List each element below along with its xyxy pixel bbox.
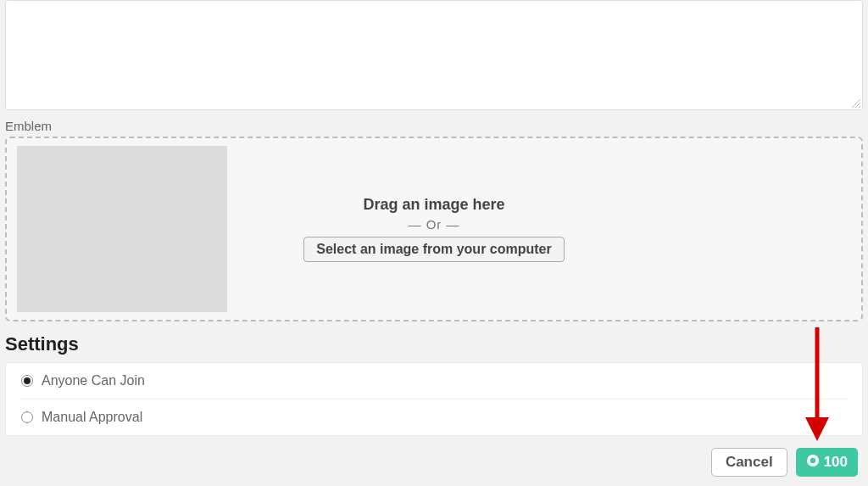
- setting-anyone-can-join[interactable]: Anyone Can Join: [21, 363, 847, 399]
- select-image-button[interactable]: Select an image from your computer: [303, 237, 564, 262]
- settings-heading: Settings: [5, 333, 863, 355]
- robux-icon: [806, 454, 820, 472]
- svg-point-4: [810, 457, 815, 462]
- setting-label: Manual Approval: [42, 410, 142, 425]
- drag-text: Drag an image here: [7, 196, 861, 214]
- submit-cost: 100: [824, 454, 848, 471]
- emblem-center-content: Drag an image here — Or — Select an imag…: [7, 196, 861, 262]
- description-textarea[interactable]: [6, 1, 862, 109]
- or-text: — Or —: [7, 217, 861, 232]
- radio-icon: [21, 411, 33, 423]
- description-textarea-wrap: [5, 0, 863, 110]
- submit-button[interactable]: 100: [796, 448, 858, 477]
- radio-icon: [21, 375, 33, 387]
- setting-label: Anyone Can Join: [42, 373, 145, 388]
- footer-actions: Cancel 100: [5, 448, 863, 477]
- emblem-label: Emblem: [5, 119, 863, 133]
- settings-box: Anyone Can Join Manual Approval: [5, 362, 863, 436]
- cancel-button[interactable]: Cancel: [711, 448, 787, 477]
- setting-manual-approval[interactable]: Manual Approval: [21, 399, 847, 435]
- emblem-dropzone[interactable]: Drag an image here — Or — Select an imag…: [5, 137, 863, 321]
